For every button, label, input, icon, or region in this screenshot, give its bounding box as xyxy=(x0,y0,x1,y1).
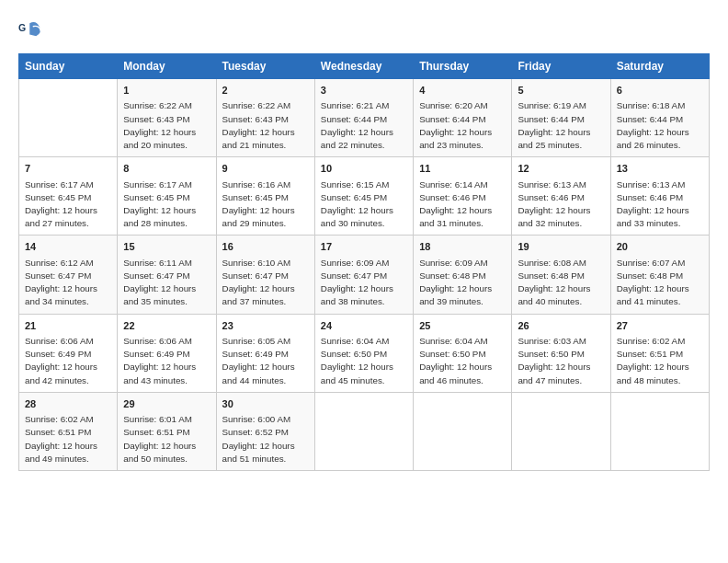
day-info: Sunrise: 6:07 AM Sunset: 6:48 PM Dayligh… xyxy=(617,257,703,309)
day-info: Sunrise: 6:04 AM Sunset: 6:50 PM Dayligh… xyxy=(321,335,407,387)
calendar-cell: 16Sunrise: 6:10 AM Sunset: 6:47 PM Dayli… xyxy=(216,236,314,314)
day-number: 1 xyxy=(123,84,210,98)
calendar-cell: 22Sunrise: 6:06 AM Sunset: 6:49 PM Dayli… xyxy=(118,314,216,392)
calendar-cell: 5Sunrise: 6:19 AM Sunset: 6:44 PM Daylig… xyxy=(512,79,610,157)
day-info: Sunrise: 6:09 AM Sunset: 6:48 PM Dayligh… xyxy=(419,257,506,309)
calendar-cell: 13Sunrise: 6:13 AM Sunset: 6:46 PM Dayli… xyxy=(610,157,709,236)
calendar-cell xyxy=(314,392,413,470)
day-info: Sunrise: 6:01 AM Sunset: 6:51 PM Dayligh… xyxy=(123,413,210,465)
day-number: 16 xyxy=(222,240,309,254)
day-number: 23 xyxy=(222,319,309,333)
calendar-cell: 20Sunrise: 6:07 AM Sunset: 6:48 PM Dayli… xyxy=(610,236,709,314)
day-number: 28 xyxy=(25,397,111,411)
day-number: 21 xyxy=(25,319,111,333)
day-number: 25 xyxy=(419,319,506,333)
day-number: 11 xyxy=(419,162,506,176)
calendar-cell: 7Sunrise: 6:17 AM Sunset: 6:45 PM Daylig… xyxy=(19,157,118,236)
day-info: Sunrise: 6:13 AM Sunset: 6:46 PM Dayligh… xyxy=(617,178,703,231)
day-number: 5 xyxy=(518,84,604,98)
day-number: 17 xyxy=(321,240,407,254)
calendar-cell: 15Sunrise: 6:11 AM Sunset: 6:47 PM Dayli… xyxy=(118,236,216,314)
day-number: 13 xyxy=(617,162,703,176)
calendar-cell: 19Sunrise: 6:08 AM Sunset: 6:48 PM Dayli… xyxy=(512,236,610,314)
day-number: 19 xyxy=(518,240,604,254)
day-number: 9 xyxy=(222,162,309,176)
calendar-cell: 6Sunrise: 6:18 AM Sunset: 6:44 PM Daylig… xyxy=(610,79,709,157)
day-info: Sunrise: 6:06 AM Sunset: 6:49 PM Dayligh… xyxy=(25,335,111,387)
day-number: 14 xyxy=(25,240,111,254)
day-info: Sunrise: 6:21 AM Sunset: 6:44 PM Dayligh… xyxy=(321,99,407,152)
day-info: Sunrise: 6:16 AM Sunset: 6:45 PM Dayligh… xyxy=(222,178,309,231)
weekday-header-wednesday: Wednesday xyxy=(314,54,413,79)
day-number: 26 xyxy=(518,319,604,333)
calendar-week-1: 1Sunrise: 6:22 AM Sunset: 6:43 PM Daylig… xyxy=(19,79,710,157)
weekday-header-thursday: Thursday xyxy=(414,54,512,79)
day-info: Sunrise: 6:09 AM Sunset: 6:47 PM Dayligh… xyxy=(321,257,407,309)
day-info: Sunrise: 6:20 AM Sunset: 6:44 PM Dayligh… xyxy=(419,99,506,152)
calendar-week-4: 21Sunrise: 6:06 AM Sunset: 6:49 PM Dayli… xyxy=(19,314,710,392)
day-info: Sunrise: 6:18 AM Sunset: 6:44 PM Dayligh… xyxy=(617,99,703,152)
calendar-cell xyxy=(19,79,118,157)
calendar-cell: 18Sunrise: 6:09 AM Sunset: 6:48 PM Dayli… xyxy=(414,236,512,314)
calendar-cell xyxy=(414,392,512,470)
day-number: 20 xyxy=(617,240,703,254)
day-info: Sunrise: 6:13 AM Sunset: 6:46 PM Dayligh… xyxy=(518,178,604,231)
weekday-header-saturday: Saturday xyxy=(610,54,709,79)
day-info: Sunrise: 6:14 AM Sunset: 6:46 PM Dayligh… xyxy=(419,178,506,231)
calendar-cell: 29Sunrise: 6:01 AM Sunset: 6:51 PM Dayli… xyxy=(118,392,216,470)
calendar-cell: 26Sunrise: 6:03 AM Sunset: 6:50 PM Dayli… xyxy=(512,314,610,392)
calendar-cell xyxy=(610,392,709,470)
day-number: 8 xyxy=(123,162,210,176)
calendar-week-5: 28Sunrise: 6:02 AM Sunset: 6:51 PM Dayli… xyxy=(19,392,710,470)
calendar-cell xyxy=(512,392,610,470)
calendar-cell: 23Sunrise: 6:05 AM Sunset: 6:49 PM Dayli… xyxy=(216,314,314,392)
weekday-header-row: SundayMondayTuesdayWednesdayThursdayFrid… xyxy=(19,54,710,79)
day-number: 18 xyxy=(419,240,506,254)
weekday-header-sunday: Sunday xyxy=(19,54,118,79)
day-number: 7 xyxy=(25,162,111,176)
calendar-cell: 25Sunrise: 6:04 AM Sunset: 6:50 PM Dayli… xyxy=(414,314,512,392)
day-number: 15 xyxy=(123,240,210,254)
day-number: 3 xyxy=(321,84,407,98)
calendar-table: SundayMondayTuesdayWednesdayThursdayFrid… xyxy=(18,53,710,471)
logo-icon: G xyxy=(18,18,44,44)
calendar-cell: 11Sunrise: 6:14 AM Sunset: 6:46 PM Dayli… xyxy=(414,157,512,236)
calendar-cell: 12Sunrise: 6:13 AM Sunset: 6:46 PM Dayli… xyxy=(512,157,610,236)
calendar-cell: 27Sunrise: 6:02 AM Sunset: 6:51 PM Dayli… xyxy=(610,314,709,392)
day-info: Sunrise: 6:02 AM Sunset: 6:51 PM Dayligh… xyxy=(617,335,703,387)
calendar-cell: 3Sunrise: 6:21 AM Sunset: 6:44 PM Daylig… xyxy=(314,79,413,157)
day-number: 30 xyxy=(222,397,309,411)
day-info: Sunrise: 6:10 AM Sunset: 6:47 PM Dayligh… xyxy=(222,257,309,309)
day-info: Sunrise: 6:17 AM Sunset: 6:45 PM Dayligh… xyxy=(25,178,111,231)
page-header: G xyxy=(18,18,710,44)
day-number: 22 xyxy=(123,319,210,333)
calendar-cell: 28Sunrise: 6:02 AM Sunset: 6:51 PM Dayli… xyxy=(19,392,118,470)
svg-text:G: G xyxy=(18,22,26,33)
calendar-cell: 21Sunrise: 6:06 AM Sunset: 6:49 PM Dayli… xyxy=(19,314,118,392)
day-number: 10 xyxy=(321,162,407,176)
weekday-header-friday: Friday xyxy=(512,54,610,79)
day-info: Sunrise: 6:19 AM Sunset: 6:44 PM Dayligh… xyxy=(518,99,604,152)
day-info: Sunrise: 6:04 AM Sunset: 6:50 PM Dayligh… xyxy=(419,335,506,387)
calendar-cell: 30Sunrise: 6:00 AM Sunset: 6:52 PM Dayli… xyxy=(216,392,314,470)
day-number: 29 xyxy=(123,397,210,411)
day-info: Sunrise: 6:11 AM Sunset: 6:47 PM Dayligh… xyxy=(123,257,210,309)
day-number: 24 xyxy=(321,319,407,333)
day-info: Sunrise: 6:03 AM Sunset: 6:50 PM Dayligh… xyxy=(518,335,604,387)
calendar-cell: 24Sunrise: 6:04 AM Sunset: 6:50 PM Dayli… xyxy=(314,314,413,392)
day-info: Sunrise: 6:12 AM Sunset: 6:47 PM Dayligh… xyxy=(25,257,111,309)
day-info: Sunrise: 6:05 AM Sunset: 6:49 PM Dayligh… xyxy=(222,335,309,387)
calendar-cell: 4Sunrise: 6:20 AM Sunset: 6:44 PM Daylig… xyxy=(414,79,512,157)
calendar-week-2: 7Sunrise: 6:17 AM Sunset: 6:45 PM Daylig… xyxy=(19,157,710,236)
day-info: Sunrise: 6:06 AM Sunset: 6:49 PM Dayligh… xyxy=(123,335,210,387)
day-info: Sunrise: 6:02 AM Sunset: 6:51 PM Dayligh… xyxy=(25,413,111,465)
calendar-cell: 2Sunrise: 6:22 AM Sunset: 6:43 PM Daylig… xyxy=(216,79,314,157)
calendar-cell: 14Sunrise: 6:12 AM Sunset: 6:47 PM Dayli… xyxy=(19,236,118,314)
weekday-header-monday: Monday xyxy=(118,54,216,79)
day-number: 2 xyxy=(222,84,309,98)
day-info: Sunrise: 6:22 AM Sunset: 6:43 PM Dayligh… xyxy=(222,99,309,152)
day-info: Sunrise: 6:15 AM Sunset: 6:45 PM Dayligh… xyxy=(321,178,407,231)
calendar-cell: 10Sunrise: 6:15 AM Sunset: 6:45 PM Dayli… xyxy=(314,157,413,236)
day-info: Sunrise: 6:08 AM Sunset: 6:48 PM Dayligh… xyxy=(518,257,604,309)
day-number: 12 xyxy=(518,162,604,176)
